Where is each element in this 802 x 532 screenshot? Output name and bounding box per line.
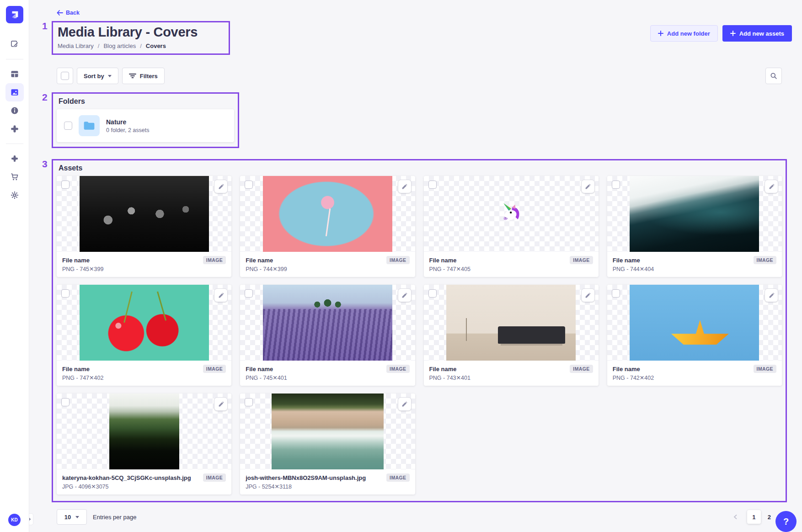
asset-checkbox[interactable] (428, 181, 437, 189)
edit-asset-button[interactable] (581, 180, 595, 193)
entries-value: 10 (64, 514, 71, 521)
asset-name: File name (246, 366, 273, 372)
asset-card[interactable]: File name IMAGE PNG - 747✕402 (57, 285, 231, 386)
select-all-box (57, 68, 73, 84)
asset-name: File name (429, 257, 457, 264)
asset-thumbnail-unicorn (424, 176, 599, 252)
asset-name: File name (246, 257, 273, 264)
page-2-button[interactable]: 2 (768, 514, 771, 521)
breadcrumb-blog-articles[interactable]: Blog articles (103, 43, 136, 49)
edit-asset-button[interactable] (581, 288, 595, 302)
asset-type-badge: IMAGE (203, 365, 226, 373)
asset-card[interactable]: File name IMAGE PNG - 744✕399 (240, 176, 415, 277)
asset-card[interactable]: josh-withers-MBNx8O2S9AM-unsplash.jpg IM… (240, 394, 415, 495)
folder-name: Nature (106, 118, 150, 126)
layout-icon (10, 69, 19, 79)
sidebar-item-documentation[interactable] (5, 101, 24, 120)
assets-grid: File name IMAGE PNG - 745✕399 (57, 176, 782, 495)
asset-checkbox[interactable] (61, 398, 70, 406)
asset-card[interactable]: File name IMAGE PNG - 747✕405 (424, 176, 599, 277)
entries-per-page-select[interactable]: 10 (57, 509, 87, 525)
sidebar-item-settings[interactable] (5, 186, 24, 204)
chevron-down-icon (108, 75, 112, 77)
edit-asset-button[interactable] (214, 397, 228, 411)
sidebar-item-purchase[interactable] (5, 168, 24, 186)
asset-checkbox[interactable] (245, 398, 253, 406)
musicians-photo (80, 176, 209, 252)
edit-asset-button[interactable] (214, 180, 228, 193)
asset-thumbnail-musicians (57, 176, 231, 252)
asset-type-badge: IMAGE (386, 256, 409, 264)
asset-card[interactable]: File name IMAGE PNG - 745✕399 (57, 176, 231, 277)
select-all-checkbox[interactable] (61, 72, 69, 80)
asset-card[interactable]: kateryna-kokhan-5CQ_3CjSGKc-unsplash.jpg… (57, 394, 231, 495)
sort-by-dropdown[interactable]: Sort by (77, 68, 118, 84)
filters-button[interactable]: Filters (122, 68, 165, 84)
toolbar: Sort by Filters (57, 68, 782, 84)
asset-card[interactable]: File name IMAGE PNG - 742✕402 (607, 285, 782, 386)
asset-thumbnail-living-room (424, 285, 599, 361)
asset-meta: PNG - 747✕402 (62, 374, 226, 381)
help-button[interactable]: ? (775, 511, 797, 532)
add-new-folder-label: Add new folder (667, 30, 710, 37)
asset-checkbox[interactable] (428, 289, 437, 298)
edit-asset-button[interactable] (765, 288, 778, 302)
annotation-number-2: 2 (42, 92, 48, 103)
sidebar-item-content-type-builder[interactable] (5, 65, 24, 83)
add-new-folder-button[interactable]: Add new folder (650, 25, 718, 42)
annotation-number-3: 3 (42, 159, 48, 170)
asset-checkbox[interactable] (61, 181, 70, 189)
back-link[interactable]: Back (57, 10, 80, 16)
previous-page-button[interactable] (731, 512, 740, 521)
asset-name: File name (62, 257, 90, 264)
pencil-icon (218, 401, 224, 407)
user-avatar[interactable]: KD (8, 514, 21, 526)
sidebar-item-content-manager[interactable] (5, 35, 24, 53)
asset-card[interactable]: File name IMAGE PNG - 744✕404 (607, 176, 782, 277)
asset-card[interactable]: File name IMAGE PNG - 745✕401 (240, 285, 415, 386)
asset-checkbox[interactable] (245, 181, 253, 189)
sidebar-item-media-library[interactable] (5, 83, 24, 101)
asset-meta: JPG - 4096✕3075 (62, 483, 226, 490)
sidebar-item-marketplace[interactable] (5, 149, 24, 168)
search-button[interactable] (765, 68, 782, 84)
asset-type-badge: IMAGE (203, 256, 226, 264)
edit-asset-button[interactable] (398, 397, 412, 411)
asset-thumbnail-lollipop (240, 176, 415, 252)
edit-asset-button[interactable] (398, 180, 412, 193)
asset-type-badge: IMAGE (570, 256, 593, 264)
pagination-bar: 10 Entries per page 1 2 (57, 509, 787, 525)
pencil-icon (585, 184, 591, 190)
asset-name: File name (613, 366, 640, 372)
paper-boat-photo (630, 285, 759, 361)
edit-asset-button[interactable] (398, 288, 412, 302)
folder-card-nature[interactable]: Nature 0 folder, 2 assets (57, 109, 234, 142)
asset-checkbox[interactable] (612, 181, 620, 189)
edit-asset-button[interactable] (214, 288, 228, 302)
pencil-icon (218, 184, 224, 190)
aerial-beach-photo (272, 394, 384, 469)
asset-card[interactable]: File name IMAGE PNG - 743✕401 (424, 285, 599, 386)
sidebar-item-plugins[interactable] (5, 120, 24, 138)
filter-icon (129, 73, 136, 79)
asset-checkbox[interactable] (612, 289, 620, 298)
asset-meta: PNG - 744✕399 (246, 266, 409, 272)
asset-name: kateryna-kokhan-5CQ_3CjSGKc-unsplash.jpg (62, 474, 191, 481)
page-1-button[interactable]: 1 (747, 510, 761, 524)
edit-asset-button[interactable] (765, 180, 778, 193)
living-room-photo (446, 285, 576, 361)
asset-type-badge: IMAGE (570, 365, 593, 373)
asset-thumbnail-iceberg (607, 176, 782, 252)
pencil-icon (401, 401, 407, 407)
arrow-left-icon (57, 10, 63, 16)
asset-checkbox[interactable] (61, 289, 70, 298)
back-label: Back (66, 10, 80, 16)
filters-label: Filters (140, 73, 158, 80)
add-new-assets-button[interactable]: Add new assets (722, 25, 792, 42)
annotation-box-1: 1 Media Library - Covers Media Library /… (52, 21, 230, 55)
strapi-logo[interactable] (6, 6, 23, 23)
asset-checkbox[interactable] (245, 289, 253, 298)
folder-checkbox[interactable] (64, 122, 72, 130)
unicorn-image (499, 202, 524, 226)
breadcrumb-media-library[interactable]: Media Library (58, 43, 94, 49)
